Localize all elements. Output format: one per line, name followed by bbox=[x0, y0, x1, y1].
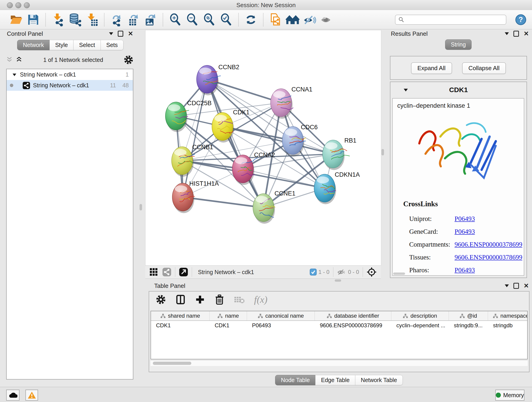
tab-network[interactable]: Network bbox=[17, 40, 50, 50]
goto-network-icon[interactable] bbox=[179, 268, 188, 277]
network-node-RB1[interactable]: RB1 bbox=[323, 137, 356, 170]
delete-table-icon[interactable] bbox=[234, 295, 245, 304]
import-table-button[interactable] bbox=[85, 13, 99, 27]
save-session-button[interactable] bbox=[26, 13, 40, 27]
zoom-out-button[interactable] bbox=[185, 13, 199, 27]
right-splitter-handle[interactable] bbox=[381, 149, 384, 155]
left-splitter-handle[interactable] bbox=[139, 204, 142, 211]
show-columns-icon[interactable] bbox=[175, 294, 186, 305]
export-table-button[interactable] bbox=[127, 13, 141, 27]
hide-glass-button[interactable] bbox=[302, 13, 317, 27]
network-node-CDC25B[interactable]: CDC25B bbox=[165, 100, 212, 132]
network-node-HIST1H1A[interactable]: HIST1H1A bbox=[172, 180, 219, 213]
help-button[interactable]: ? bbox=[514, 13, 528, 27]
function-builder-icon[interactable]: f(x) bbox=[254, 294, 267, 305]
network-collection-row[interactable]: String Network – cdk1 1 bbox=[7, 69, 133, 80]
minimize-window-button[interactable] bbox=[15, 2, 21, 8]
column-header-namespace[interactable]: namespace bbox=[488, 311, 528, 320]
table-row[interactable]: CDK1CDK1P064939606.ENSP00000378699cyclin… bbox=[151, 321, 527, 330]
zoom-in-button[interactable] bbox=[168, 13, 182, 27]
table-close-icon[interactable]: ✕ bbox=[524, 283, 529, 288]
cloud-status-button[interactable] bbox=[6, 390, 19, 401]
protein-collapse-triangle-icon[interactable] bbox=[403, 88, 408, 92]
network-row[interactable]: String Network – cdk1 11 48 bbox=[7, 80, 133, 91]
table-float-icon[interactable] bbox=[513, 283, 519, 289]
table-gear-icon[interactable] bbox=[156, 294, 166, 305]
birdseye-grid-icon[interactable] bbox=[149, 268, 158, 276]
tab-network-table[interactable]: Network Table bbox=[355, 375, 403, 385]
crosslink-value-link[interactable]: 9606.ENSP00000378699 bbox=[455, 254, 522, 261]
search-field[interactable] bbox=[395, 15, 506, 25]
hidden-eye-slash-icon[interactable] bbox=[337, 268, 346, 276]
import-network-button[interactable] bbox=[51, 13, 65, 27]
crosslink-value-link[interactable]: 9606.ENSP00000378699 bbox=[455, 241, 522, 248]
network-options-gear-icon[interactable] bbox=[123, 55, 133, 65]
table-cell[interactable]: cyclin–dependent ... bbox=[391, 322, 449, 329]
memory-button[interactable]: Memory bbox=[495, 390, 525, 401]
column-header-description[interactable]: description bbox=[391, 311, 449, 320]
selected-checkbox-icon[interactable] bbox=[310, 269, 317, 275]
warning-status-button[interactable] bbox=[25, 390, 38, 401]
results-scrollbar-thumb[interactable] bbox=[393, 273, 405, 275]
zoom-fit-button[interactable] bbox=[202, 13, 216, 27]
column-header-name[interactable]: name bbox=[210, 311, 247, 320]
column-header-database-identifier[interactable]: database identifier bbox=[315, 311, 391, 320]
import-network-from-database-button[interactable] bbox=[68, 13, 82, 27]
results-close-icon[interactable]: ✕ bbox=[524, 32, 529, 36]
results-menu-icon[interactable] bbox=[505, 32, 509, 35]
table-cell[interactable]: P06493 bbox=[247, 322, 315, 329]
network-graph[interactable]: CCNB2CCNA1CDC25BCDK1CDC6RB1CCNB1CCNA2CDK… bbox=[146, 30, 381, 266]
results-float-icon[interactable] bbox=[513, 31, 519, 37]
tab-string[interactable]: String bbox=[445, 39, 472, 50]
add-column-icon[interactable] bbox=[195, 294, 205, 305]
network-view-canvas[interactable]: CCNB2CCNA1CDC25BCDK1CDC6RB1CCNB1CCNA2CDK… bbox=[145, 30, 381, 266]
tab-select[interactable]: Select bbox=[73, 40, 101, 50]
table-horizontal-scrollbar[interactable] bbox=[151, 360, 528, 366]
copy-network-button[interactable] bbox=[268, 13, 283, 27]
network-node-CCNE1[interactable]: CCNE1 bbox=[253, 190, 296, 224]
panel-menu-icon[interactable] bbox=[109, 32, 113, 35]
apply-layout-button[interactable] bbox=[244, 13, 258, 27]
show-glass-button[interactable] bbox=[319, 13, 334, 27]
share-view-icon[interactable] bbox=[162, 268, 171, 277]
table-cell[interactable]: 9606.ENSP00000378699 bbox=[315, 322, 391, 329]
export-image-button[interactable] bbox=[143, 13, 158, 27]
delete-column-icon[interactable] bbox=[214, 294, 225, 305]
collapse-triangle-icon[interactable] bbox=[12, 73, 17, 77]
crosslink-value-link[interactable]: P06493 bbox=[455, 266, 475, 274]
open-session-button[interactable] bbox=[9, 13, 23, 27]
tab-sets[interactable]: Sets bbox=[101, 40, 123, 50]
close-window-button[interactable] bbox=[7, 2, 13, 8]
table-cell[interactable]: stringdb:9... bbox=[449, 322, 488, 329]
string-home-button[interactable] bbox=[285, 13, 300, 27]
zoom-window-button[interactable] bbox=[24, 2, 30, 8]
column-header-canonical-name[interactable]: canonical name bbox=[247, 311, 315, 320]
table-menu-icon[interactable] bbox=[505, 284, 509, 287]
table-cell[interactable]: CDK1 bbox=[151, 322, 210, 329]
close-panel-icon[interactable]: ✕ bbox=[128, 32, 133, 36]
expand-all-button[interactable]: Expand All bbox=[411, 62, 452, 74]
table-cell[interactable]: stringdb bbox=[488, 322, 528, 329]
tab-edge-table[interactable]: Edge Table bbox=[315, 375, 355, 385]
crosshair-icon[interactable] bbox=[367, 267, 377, 277]
crosslink-value-link[interactable]: P06493 bbox=[455, 215, 475, 223]
expand-all-icon[interactable] bbox=[15, 56, 23, 63]
collapse-all-icon[interactable] bbox=[6, 56, 13, 63]
tab-style[interactable]: Style bbox=[50, 40, 74, 50]
network-node-CDK1[interactable]: CDK1 bbox=[212, 109, 249, 143]
network-node-CDKN1A[interactable]: CDKN1A bbox=[314, 171, 360, 204]
zoom-selected-button[interactable] bbox=[219, 13, 233, 27]
crosslink-value-link[interactable]: P06493 bbox=[455, 228, 475, 235]
column-header-shared-name[interactable]: shared name bbox=[151, 311, 210, 320]
network-node-CDC6[interactable]: CDC6 bbox=[282, 124, 318, 157]
network-node-CCNB2[interactable]: CCNB2 bbox=[196, 64, 239, 95]
float-panel-icon[interactable] bbox=[118, 31, 123, 37]
export-network-button[interactable] bbox=[109, 13, 124, 27]
collapse-all-button[interactable]: Collapse All bbox=[462, 62, 506, 74]
table-cell[interactable]: CDK1 bbox=[210, 322, 247, 329]
search-input[interactable] bbox=[404, 16, 501, 23]
tab-node-table[interactable]: Node Table bbox=[275, 375, 316, 385]
scrollbar-thumb[interactable] bbox=[153, 362, 191, 365]
column-header--id[interactable]: @id bbox=[449, 311, 488, 320]
network-node-CCNB1[interactable]: CCNB1 bbox=[172, 144, 213, 177]
